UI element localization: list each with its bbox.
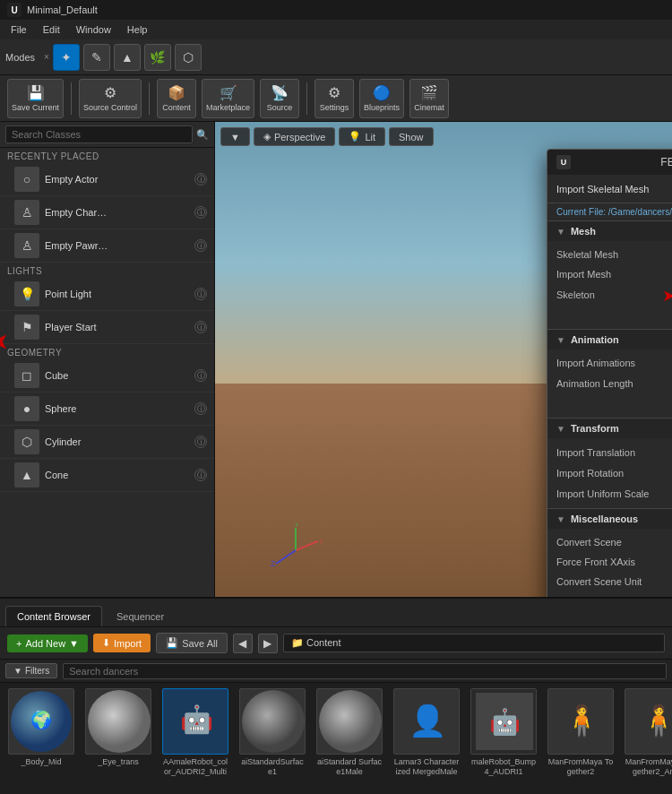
menu-file[interactable]: File [4,22,34,37]
viewport-lit-btn[interactable]: 💡 Lit [339,127,385,146]
animation-section-title: Animation [571,334,619,345]
asset-item-lamar3[interactable]: 👤 Lamar3 Characterized MergedMale [391,688,462,777]
asset-item-manfrommaya-anim[interactable]: 🧍 ManFromMaya Together2_Anim [622,688,672,777]
asset-search-input[interactable] [63,663,667,679]
placement-panel: 🔍 Recently Placed ○ Empty Actor ⓘ ♙ Empt… [0,122,215,597]
mode-paint-btn[interactable]: ✎ [83,44,110,71]
lit-icon: 💡 [349,131,361,142]
asset-item-ai-standard-male[interactable]: aiStandard Surface1Male [314,688,385,777]
perspective-label: Perspective [274,132,325,142]
svg-text:🌍: 🌍 [30,709,53,730]
asset-item-ai-standard[interactable]: aiStandardSurface1 [237,688,308,777]
red-arrow-skeleton: ➤ [662,286,672,306]
svg-point-13 [242,690,305,753]
asset-item-robot-color[interactable]: 🤖 AAmaleRobot_color_AUDRI2_Multi [159,688,231,777]
placement-item-empty-pawr[interactable]: ♙ Empty Pawr… ⓘ [0,229,214,263]
mesh-expand-icon: ▼ [556,227,565,237]
sphere-name: Sphere [45,403,189,414]
add-new-btn[interactable]: + Add New ▼ [7,634,88,652]
viewport[interactable]: ▼ ◈ Perspective 💡 Lit Show X Y Z [215,122,672,597]
blueprints-btn[interactable]: 🔵 Blueprints [359,79,404,118]
search-classes-bar: 🔍 [0,122,214,148]
marketplace-btn[interactable]: 🛒 Marketplace [202,79,254,118]
import-asset-btn[interactable]: ⬇ Import [93,634,151,652]
menu-window[interactable]: Window [69,22,118,37]
save-all-btn[interactable]: 💾 Save All [156,633,228,653]
point-light-info[interactable]: ⓘ [194,288,207,300]
content-btn[interactable]: 📦 Content [157,79,196,118]
cylinder-info[interactable]: ⓘ [194,436,207,448]
asset-item-male-robot-bump[interactable]: 🤖 maleRobot_Bump4_AUDRI1 [468,688,539,777]
viewport-show-btn[interactable]: Show [389,127,434,146]
placement-item-sphere[interactable]: ● Sphere ⓘ [0,393,214,426]
viewport-options-btn[interactable]: ▼ [220,127,250,146]
placement-item-empty-char[interactable]: ♙ Empty Char… ⓘ [0,196,214,229]
mode-geometry-btn[interactable]: ⬡ [175,44,202,71]
convert-scene-unit-row: Convert Scene Unit [547,572,672,591]
save-all-icon: 💾 [166,637,178,649]
empty-pawr-info[interactable]: ⓘ [194,239,207,252]
mesh-expand-more-row[interactable]: ▼ [547,306,672,325]
mesh-section-header[interactable]: ▼ Mesh [547,221,672,241]
cinematics-btn[interactable]: 🎬 Cinemat [409,79,449,118]
mesh-section-content: Skeletal Mesh ✓ ⟵ Import Mesh ✓ [547,241,672,329]
animation-expand-more-row[interactable]: ▼ [547,394,672,414]
skeletal-mesh-row: Skeletal Mesh ✓ ⟵ [547,245,672,264]
search-classes-input[interactable] [5,125,193,143]
menu-help[interactable]: Help [120,22,155,37]
mode-landscape-btn[interactable]: ▲ [114,44,141,71]
point-light-name: Point Light [45,289,189,299]
source-icon: 📡 [271,84,289,101]
convert-scene-row: Convert Scene ✓ [547,532,672,552]
menu-edit[interactable]: Edit [36,22,67,37]
animation-section-content: Import Animations ✓ ⟵ Animation Length E… [547,350,672,418]
filters-label: Filters [25,666,49,676]
nav-back-btn[interactable]: ◀ [233,634,253,653]
placement-item-cube[interactable]: ◻ Cube ⓘ [0,359,214,393]
asset-thumb-lamar3: 👤 [393,688,460,755]
asset-item-manfrommaya[interactable]: 🧍 ManFromMaya Together2 [545,688,616,777]
settings-btn[interactable]: ⚙ Settings [314,79,354,118]
nav-forward-btn[interactable]: ▶ [258,634,278,653]
svg-text:🤖: 🤖 [489,707,521,737]
import-uniform-scale-row: Import Uniform Scale 1.0 ↶ [547,483,672,505]
miscellaneous-section: ▼ Miscellaneous Convert Scene ✓ Force Fr… [547,509,672,597]
settings-label: Settings [320,103,349,112]
viewport-perspective-btn[interactable]: ◈ Perspective [254,127,335,146]
transform-section-header[interactable]: ▼ Transform [547,419,672,438]
animation-section-header[interactable]: ▼ Animation [547,330,672,350]
asset-name-ai-standard-male: aiStandard Surface1Male [316,757,383,777]
filters-btn[interactable]: ▼ Filters [5,663,57,678]
tab-sequencer[interactable]: Sequencer [106,607,175,626]
placement-item-player-start[interactable]: ⚑ Player Start ⓘ [0,311,214,344]
save-current-btn[interactable]: 💾 Save Current [7,79,64,118]
placement-item-point-light[interactable]: 💡 Point Light ⓘ [0,278,214,311]
source-btn[interactable]: 📡 Source [260,79,299,118]
empty-actor-info[interactable]: ⓘ [194,173,207,186]
asset-item-body-mid[interactable]: 🌍 _Body_Mid [5,688,77,767]
placement-item-cone[interactable]: ▲ Cone ⓘ [0,459,214,492]
cube-name: Cube [45,370,189,381]
empty-char-info[interactable]: ⓘ [194,206,207,219]
sphere-info[interactable]: ⓘ [194,402,207,415]
misc-expand-more-row[interactable]: ▼ [547,591,672,597]
animation-section: ▼ Animation Import Animations ✓ ⟵ Ani [547,330,672,419]
misc-section-header[interactable]: ▼ Miscellaneous [547,509,672,529]
empty-actor-icon: ○ [14,167,39,192]
mode-place-btn[interactable]: ✦ [53,44,80,71]
skeletal-mesh-label: Skeletal Mesh [556,249,672,260]
current-file-path: /Game/dancers/traderFromMaya [608,207,672,217]
player-start-info[interactable]: ⓘ [194,321,207,333]
save-all-label: Save All [182,638,218,649]
toolbar-sep-2 [149,82,150,115]
asset-item-eye-trans[interactable]: _Eye_trans [82,688,154,767]
tab-content-browser[interactable]: Content Browser [5,606,102,626]
cube-info[interactable]: ⓘ [194,369,207,382]
placement-item-empty-actor[interactable]: ○ Empty Actor ⓘ [0,163,214,196]
cone-info[interactable]: ⓘ [194,469,207,481]
placement-item-cylinder[interactable]: ⬡ Cylinder ⓘ [0,426,214,459]
modes-close-btn[interactable]: × [44,52,49,62]
mode-foliage-btn[interactable]: 🌿 [144,44,171,71]
source-control-btn[interactable]: ⚙ Source Control [79,79,142,118]
toolbar-sep-1 [71,82,72,115]
